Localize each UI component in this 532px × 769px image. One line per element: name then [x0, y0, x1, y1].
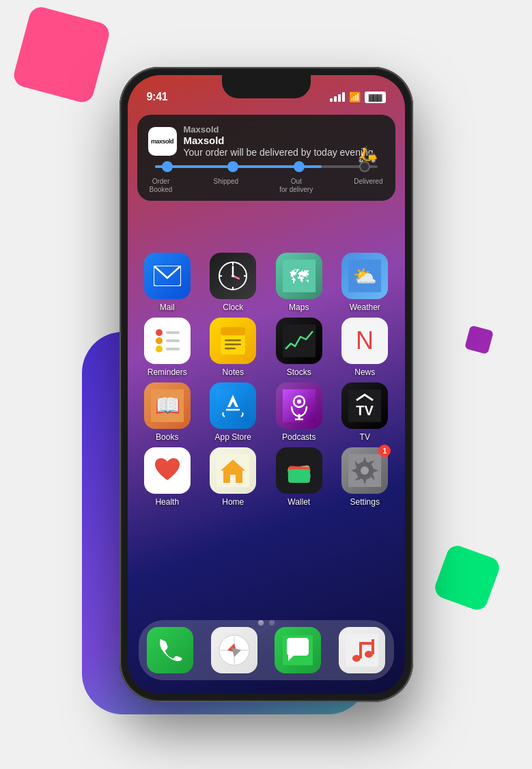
svg-point-14	[156, 329, 163, 336]
clock-icon	[210, 253, 256, 299]
maps-icon: 🗺	[276, 253, 322, 299]
clock-svg	[216, 260, 249, 292]
prog-label-1: OrderBooked	[150, 178, 173, 194]
svg-rect-30	[216, 389, 249, 422]
phone-svg	[157, 637, 183, 663]
notification-card[interactable]: maxsold Maxsold Maxsold Your order will …	[137, 115, 395, 201]
app-grid: Mail	[128, 253, 405, 512]
mail-icon	[144, 253, 191, 299]
health-label: Health	[155, 497, 179, 507]
progress-track	[155, 165, 378, 168]
app-stocks[interactable]: Stocks	[268, 318, 330, 377]
app-notes[interactable]: Notes	[202, 318, 264, 377]
reminders-label: Reminders	[148, 367, 187, 377]
app-row-0: Mail	[135, 253, 398, 312]
app-health[interactable]: Health	[137, 447, 198, 507]
notif-text-block: Maxsold Maxsold Your order will be deliv…	[184, 124, 376, 158]
svg-point-15	[156, 337, 163, 344]
tv-label: TV	[360, 432, 370, 442]
svg-point-5	[232, 275, 234, 277]
messages-svg	[283, 635, 313, 665]
app-reminders[interactable]: Reminders	[137, 318, 198, 377]
app-wallet[interactable]: Wallet	[268, 447, 330, 507]
dock-safari[interactable]	[211, 627, 257, 673]
notif-title: Maxsold	[184, 135, 376, 146]
signal-bars-icon	[330, 92, 345, 102]
svg-rect-44	[288, 469, 310, 483]
app-settings[interactable]: 1 Settings	[334, 447, 395, 507]
dock-phone[interactable]	[147, 627, 193, 673]
app-row-2: 📖 Books	[135, 382, 398, 442]
notif-body: Your order will be delivered by today ev…	[184, 146, 376, 158]
clock-label: Clock	[223, 303, 243, 312]
stocks-svg	[283, 324, 316, 357]
app-mail[interactable]: Mail	[137, 253, 198, 312]
notif-app-icon: maxsold	[148, 127, 177, 156]
stocks-label: Stocks	[287, 367, 311, 377]
dock-music[interactable]	[339, 627, 385, 673]
maps-label: Maps	[289, 303, 309, 312]
health-icon	[144, 447, 191, 494]
appstore-label: App Store	[215, 432, 251, 442]
wifi-icon: 📶	[349, 92, 361, 102]
svg-point-34	[297, 400, 301, 404]
svg-rect-18	[166, 339, 180, 342]
appstore-icon	[210, 382, 256, 429]
weather-svg: ⛅	[348, 260, 381, 292]
green-square-shape	[432, 543, 503, 613]
wallet-svg	[283, 454, 316, 487]
books-icon: 📖	[144, 382, 191, 429]
app-books[interactable]: 📖 Books	[137, 382, 198, 442]
settings-icon: 1	[341, 447, 388, 494]
music-svg	[346, 634, 378, 667]
signal-bar-4	[342, 92, 345, 102]
news-svg: N	[348, 324, 381, 357]
notes-label: Notes	[223, 367, 244, 377]
news-label: News	[354, 367, 375, 377]
tv-icon: TV	[341, 382, 388, 429]
wallet-icon	[276, 447, 322, 494]
weather-label: Weather	[350, 303, 380, 312]
notes-icon	[210, 318, 256, 364]
app-row-3: Health Home	[135, 447, 398, 507]
appstore-svg	[216, 389, 249, 422]
signal-bar-1	[330, 98, 333, 102]
app-news[interactable]: N News	[334, 318, 395, 377]
app-appstore[interactable]: App Store	[202, 382, 264, 442]
app-clock[interactable]: Clock	[202, 253, 264, 312]
svg-rect-23	[225, 344, 241, 346]
dock-messages[interactable]	[275, 627, 321, 673]
progress-dot-4	[359, 161, 370, 172]
progress-dot-1	[162, 161, 173, 172]
svg-rect-24	[225, 348, 236, 350]
purple-small-square	[464, 325, 494, 354]
status-time: 9:41	[147, 91, 168, 103]
podcasts-label: Podcasts	[282, 432, 316, 442]
prog-label-2: Shipped	[213, 178, 238, 194]
home-label: Home	[222, 497, 244, 507]
app-home[interactable]: Home	[202, 447, 264, 507]
svg-rect-22	[225, 339, 241, 341]
weather-icon: ⛅	[341, 253, 388, 299]
signal-bar-3	[338, 94, 341, 102]
app-maps[interactable]: 🗺 Maps	[268, 253, 330, 312]
progress-dot-3	[294, 161, 305, 172]
delivery-progress: 🛵 OrderBooked Shipped Outfor de	[148, 165, 384, 194]
phone-outer-frame: 9:41 📶 ▓▓▓ maxsold	[120, 67, 413, 702]
home-svg	[216, 454, 249, 487]
svg-rect-17	[166, 331, 180, 334]
notes-svg	[218, 326, 248, 356]
app-weather[interactable]: ⛅ Weather	[334, 253, 395, 312]
pink-diamond-shape	[12, 5, 112, 105]
phone-screen: 9:41 📶 ▓▓▓ maxsold	[128, 75, 405, 694]
reminders-svg	[154, 326, 181, 356]
svg-rect-21	[221, 327, 245, 335]
app-tv[interactable]: TV TV	[334, 382, 395, 442]
settings-badge: 1	[378, 445, 391, 457]
app-podcasts[interactable]: Podcasts	[268, 382, 330, 442]
svg-text:TV: TV	[356, 403, 374, 418]
svg-point-48	[361, 466, 369, 475]
svg-text:🗺: 🗺	[290, 266, 309, 288]
signal-bar-2	[334, 96, 337, 102]
notch	[222, 75, 311, 98]
